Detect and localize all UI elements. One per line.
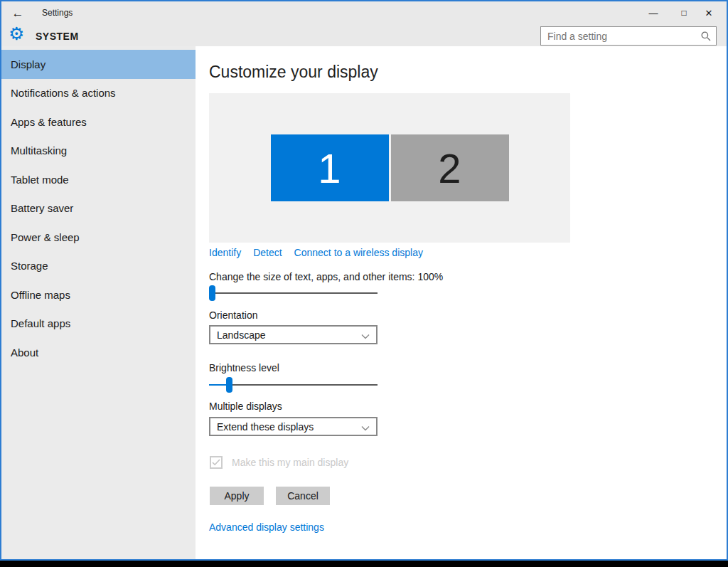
back-arrow-icon: ←: [12, 6, 24, 21]
minimize-icon: —: [649, 8, 658, 18]
gear-icon: ⚙: [9, 25, 24, 43]
brightness-slider-track[interactable]: [209, 384, 378, 386]
sidebar-item-multitasking[interactable]: Multitasking: [1, 137, 196, 166]
sidebar-item-offline-maps[interactable]: Offline maps: [1, 280, 196, 309]
checkmark-icon: [212, 459, 220, 466]
brightness-slider-thumb[interactable]: [226, 377, 232, 393]
scale-slider-thumb[interactable]: [209, 285, 215, 301]
sidebar-item-default-apps[interactable]: Default apps: [1, 309, 196, 339]
close-icon: ✕: [705, 8, 713, 18]
sidebar-nav: Display Notifications & actions Apps & f…: [1, 50, 196, 367]
maximize-button[interactable]: □: [672, 4, 696, 21]
sidebar-item-display[interactable]: Display: [1, 50, 196, 79]
monitor-1[interactable]: 1: [271, 134, 389, 201]
minimize-button[interactable]: —: [641, 4, 665, 21]
main-display-checkbox-row[interactable]: Make this my main display: [210, 456, 348, 469]
sidebar-item-about[interactable]: About: [1, 338, 196, 367]
display-links-row: Identify Detect Connect to a wireless di…: [209, 247, 423, 258]
sidebar-item-power-sleep[interactable]: Power & sleep: [1, 223, 196, 252]
maximize-icon: □: [681, 8, 686, 18]
brightness-label: Brightness level: [209, 362, 279, 373]
sidebar-item-storage[interactable]: Storage: [1, 252, 196, 281]
main-display-checkbox[interactable]: [210, 456, 223, 469]
main-content: Customize your display 1 2 Identify Dete…: [196, 46, 727, 559]
content-heading: Customize your display: [209, 63, 378, 82]
multiple-displays-label: Multiple displays: [209, 401, 282, 412]
main-display-checkbox-label: Make this my main display: [232, 457, 348, 468]
window-title: Settings: [42, 8, 73, 18]
advanced-display-settings-link[interactable]: Advanced display settings: [209, 521, 324, 533]
sidebar-item-notifications[interactable]: Notifications & actions: [1, 79, 196, 108]
connect-wireless-link[interactable]: Connect to a wireless display: [294, 247, 423, 258]
sidebar-item-tablet-mode[interactable]: Tablet mode: [1, 165, 196, 194]
orientation-dropdown[interactable]: Landscape: [209, 325, 378, 344]
sidebar-item-battery-saver[interactable]: Battery saver: [1, 194, 196, 223]
chevron-down-icon: [361, 425, 370, 431]
monitor-2[interactable]: 2: [391, 134, 509, 201]
close-button[interactable]: ✕: [697, 4, 721, 21]
multiple-displays-value: Extend these displays: [217, 421, 314, 433]
action-buttons: Apply Cancel: [210, 487, 330, 505]
page-title: SYSTEM: [36, 31, 79, 42]
cancel-button[interactable]: Cancel: [276, 487, 330, 505]
multiple-displays-dropdown[interactable]: Extend these displays: [209, 417, 378, 436]
scale-slider[interactable]: [209, 285, 378, 302]
chevron-down-icon: [361, 334, 370, 339]
brightness-slider[interactable]: [209, 376, 378, 393]
detect-link[interactable]: Detect: [253, 247, 282, 258]
identify-link[interactable]: Identify: [209, 247, 241, 258]
apply-button[interactable]: Apply: [210, 487, 264, 505]
settings-window: ← Settings — □ ✕ ⚙ SYSTEM Display Notifi…: [0, 0, 728, 561]
orientation-label: Orientation: [209, 309, 257, 321]
scale-label: Change the size of text, apps, and other…: [209, 271, 443, 282]
search-box: [540, 26, 717, 46]
sidebar-item-apps-features[interactable]: Apps & features: [1, 107, 196, 137]
display-preview-panel: 1 2: [209, 93, 570, 243]
scale-slider-track[interactable]: [209, 292, 378, 294]
search-input[interactable]: [541, 27, 716, 45]
search-icon: [701, 31, 711, 41]
orientation-value: Landscape: [217, 329, 266, 341]
back-button[interactable]: ←: [7, 4, 28, 23]
